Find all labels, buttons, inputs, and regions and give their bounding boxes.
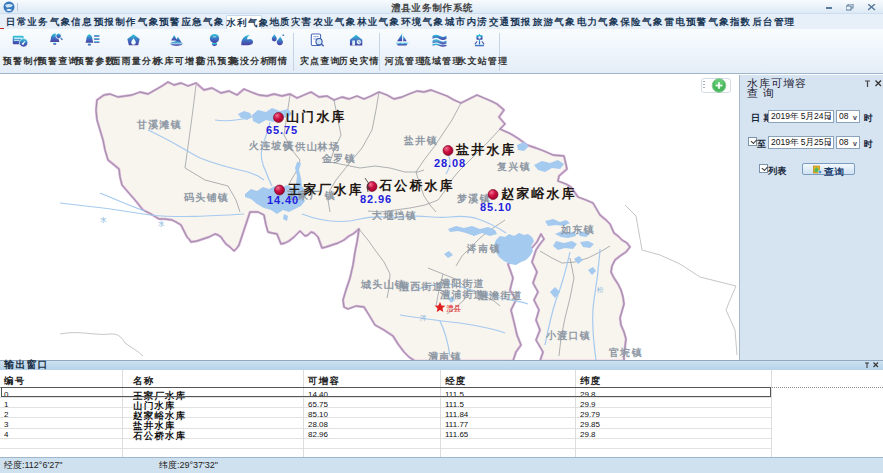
svg-text:甘溪滩镇: 甘溪滩镇 — [136, 119, 182, 130]
svg-text:澧西街道: 澧西街道 — [398, 281, 444, 292]
svg-text:盐井镇: 盐井镇 — [403, 135, 438, 146]
svg-text:盐井水库: 盐井水库 — [455, 142, 517, 157]
svg-text:水: 水 — [158, 220, 165, 227]
svg-text:山门水库: 山门水库 — [286, 109, 347, 124]
svg-text:澧县: 澧县 — [446, 304, 462, 313]
svg-text:85.10: 85.10 — [480, 201, 512, 213]
svg-text:小渡口镇: 小渡口镇 — [545, 330, 591, 341]
svg-text:澧澹街道: 澧澹街道 — [477, 290, 523, 301]
svg-text:82.96: 82.96 — [360, 193, 392, 205]
svg-text:澧南镇: 澧南镇 — [427, 351, 462, 360]
svg-text:28.08: 28.08 — [434, 157, 466, 169]
svg-text:复兴镇: 复兴镇 — [496, 161, 531, 172]
svg-text:赵家峪水库: 赵家峪水库 — [500, 186, 577, 201]
svg-text:码头铺镇: 码头铺镇 — [183, 192, 229, 203]
svg-text:澧阳街道: 澧阳街道 — [439, 278, 485, 289]
svg-text:14.40: 14.40 — [267, 194, 299, 206]
svg-text:如东镇: 如东镇 — [560, 224, 595, 235]
svg-text:65.75: 65.75 — [266, 124, 298, 136]
svg-text:涔南镇: 涔南镇 — [466, 243, 501, 254]
svg-text:金罗镇: 金罗镇 — [321, 153, 356, 164]
svg-text:水: 水 — [100, 216, 107, 223]
svg-text:天供山林场: 天供山林场 — [283, 141, 340, 152]
svg-text:涔: 涔 — [420, 314, 427, 322]
svg-text:松: 松 — [597, 286, 604, 293]
svg-text:官垸镇: 官垸镇 — [609, 347, 643, 358]
svg-text:石公桥水库: 石公桥水库 — [378, 178, 455, 193]
svg-text:大堰垱镇: 大堰垱镇 — [371, 210, 417, 221]
